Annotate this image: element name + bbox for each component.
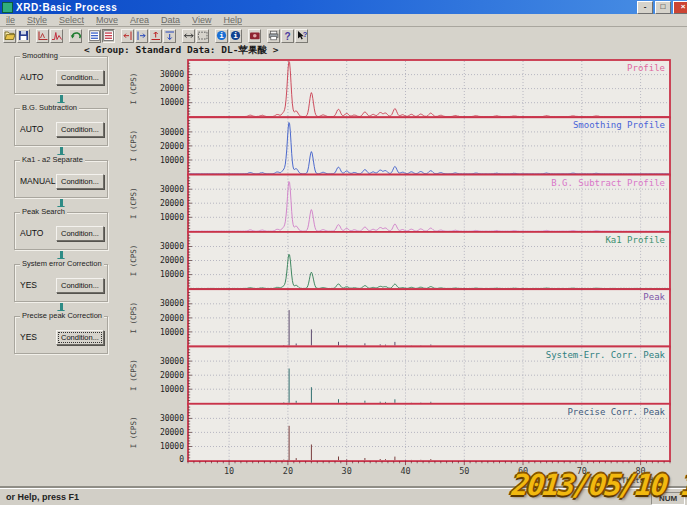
snapshot-button[interactable]	[248, 29, 261, 43]
svg-text:i: i	[219, 31, 224, 40]
condition-button[interactable]: Condition...	[56, 330, 104, 345]
help-button[interactable]: ?	[281, 29, 294, 43]
pan-horizontal-button[interactable]	[182, 29, 195, 43]
printer-icon	[268, 30, 279, 41]
svg-text:30000: 30000	[160, 299, 184, 308]
x-tick-label: 20	[283, 466, 293, 476]
menu-view[interactable]: View	[186, 15, 217, 25]
x-tick-label: 50	[459, 466, 469, 476]
menu-data[interactable]: Data	[155, 15, 186, 25]
info-button[interactable]: i	[215, 29, 228, 43]
arrow-down-blue-icon	[164, 30, 175, 41]
toolbar: ii??	[0, 27, 687, 44]
peak-shift-left-button[interactable]	[121, 29, 134, 43]
panel-label: B.G. Subtract Profile	[551, 178, 665, 188]
y-axis-label: I (CPS)	[129, 245, 138, 277]
menu-move[interactable]: Move	[90, 15, 124, 25]
arrow-up-red-icon	[150, 30, 161, 41]
panel-label: Smoothing Profile	[573, 120, 665, 130]
title-bar: XRD:Basic Process -□×	[0, 0, 687, 14]
svg-text:i: i	[233, 31, 238, 40]
panel-precise-corr-peak: 1000020000300000I (CPS)Precise Corr. Pea…	[129, 404, 670, 465]
save-button[interactable]	[17, 29, 30, 43]
peak-shift-right-button[interactable]	[135, 29, 148, 43]
process-flow-panel: SmoothingAUTOCondition...B.G. Subtractio…	[14, 56, 108, 354]
svg-text:0: 0	[179, 455, 184, 464]
menu-style[interactable]: Style	[21, 15, 53, 25]
open-button[interactable]	[3, 29, 16, 43]
svg-text:20000: 20000	[160, 428, 184, 437]
process-step-title: Peak Search	[20, 207, 67, 216]
process-step-b-g-subtraction: B.G. SubtractionAUTOCondition...	[14, 108, 108, 146]
process-step-mode: MANUAL	[20, 176, 55, 186]
process-step-system-error-correction: System error CorrectionYESCondition...	[14, 264, 108, 302]
process-step-title: Ka1 - a2 Separate	[20, 155, 85, 164]
process-step-mode: AUTO	[20, 228, 43, 238]
context-help-icon: ?	[296, 30, 307, 41]
axis-scale-button[interactable]	[36, 29, 49, 43]
y-axis-label: I (CPS)	[129, 302, 138, 334]
profile-curve-icon	[51, 30, 62, 41]
svg-text:?: ?	[303, 30, 307, 39]
arrow-right-blue-icon	[136, 30, 147, 41]
minimize-button[interactable]: -	[637, 1, 653, 14]
svg-text:10000: 10000	[160, 385, 184, 394]
camera-timestamp-overlay: 2013/05/10 15	[510, 468, 687, 502]
condition-button[interactable]: Condition...	[56, 122, 104, 137]
svg-text:20000: 20000	[160, 84, 184, 93]
menu-select[interactable]: Select	[53, 15, 90, 25]
info-circle-dark-icon: i	[230, 30, 241, 41]
process-step-title: Precise peak Correction	[20, 311, 104, 320]
process-step-mode: YES	[20, 280, 37, 290]
svg-text:30000: 30000	[160, 242, 184, 251]
process-step-mode: YES	[20, 332, 37, 342]
xrd-chart-stack: 100002000030000I (CPS)Profile10000200003…	[126, 54, 679, 488]
window-controls: -□×	[637, 1, 687, 14]
select-rect-button[interactable]	[196, 29, 209, 43]
panel-label: Peak	[643, 292, 665, 302]
y-axis-label: I (CPS)	[129, 187, 138, 219]
menu-help[interactable]: Help	[217, 15, 248, 25]
pan-horizontal-icon	[183, 30, 194, 41]
help-icon: ?	[282, 30, 293, 41]
snapshot-icon	[249, 30, 260, 41]
selection-rectangle-icon	[197, 30, 208, 41]
menu-bar: ileStyleSelectMoveAreaDataViewHelp	[0, 14, 687, 27]
condition-button[interactable]: Condition...	[56, 278, 104, 293]
context-help-button[interactable]: ?	[295, 29, 308, 43]
condition-button[interactable]: Condition...	[56, 70, 104, 85]
process-step-mode: AUTO	[20, 124, 43, 134]
undo-button[interactable]	[69, 29, 82, 43]
condition-button[interactable]: Condition...	[56, 226, 104, 241]
panel-label: Precise Corr. Peak	[567, 407, 665, 417]
panel-ka1-profile: 100002000030000I (CPS)Ka1 Profile	[129, 232, 670, 293]
layout-rows-active-button[interactable]	[102, 29, 115, 43]
print-button[interactable]	[267, 29, 280, 43]
app-icon	[2, 2, 13, 13]
peak-down-button[interactable]	[163, 29, 176, 43]
condition-button[interactable]: Condition...	[56, 174, 104, 189]
undo-arrow-icon	[70, 30, 81, 41]
menu-ile[interactable]: ile	[0, 15, 21, 25]
layout-rows-button[interactable]	[88, 29, 101, 43]
process-step-ka1-a2-separate: Ka1 - a2 SeparateMANUALCondition...	[14, 160, 108, 198]
process-step-title: B.G. Subtraction	[20, 103, 79, 112]
x-tick-label: 30	[342, 466, 352, 476]
menu-area[interactable]: Area	[124, 15, 155, 25]
arrow-left-red-icon	[122, 30, 133, 41]
info-dark-button[interactable]: i	[229, 29, 242, 43]
profile-style-button[interactable]	[50, 29, 63, 43]
y-axis-label: I (CPS)	[129, 359, 138, 391]
svg-text:10000: 10000	[160, 328, 184, 337]
panel-b-g-subtract-profile: 100002000030000I (CPS)B.G. Subtract Prof…	[129, 175, 670, 236]
y-axis-label: I (CPS)	[129, 73, 138, 105]
close-button[interactable]: ×	[673, 1, 687, 14]
x-tick-label: 40	[400, 466, 410, 476]
layout-rows-icon	[89, 30, 100, 41]
svg-text:20000: 20000	[160, 314, 184, 323]
process-step-peak-search: Peak SearchAUTOCondition...	[14, 212, 108, 250]
peak-up-button[interactable]	[149, 29, 162, 43]
process-step-title: Smoothing	[20, 51, 60, 60]
maximize-button[interactable]: □	[655, 1, 671, 14]
status-message: or Help, press F1	[6, 492, 79, 502]
